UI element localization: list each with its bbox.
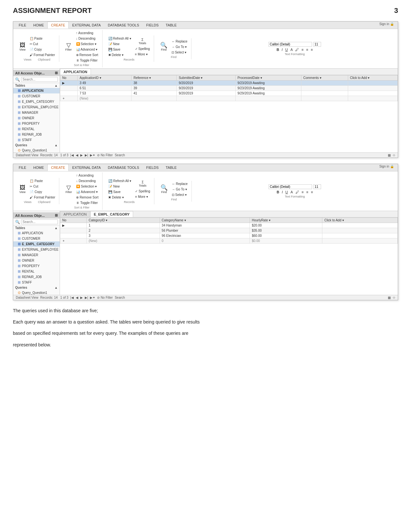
highlight-button-1[interactable]: 🖊 bbox=[294, 47, 300, 52]
no-filter-1[interactable]: ⊘ No Filter bbox=[97, 153, 113, 157]
cell-ref-1-1[interactable]: 38 bbox=[132, 81, 177, 86]
cell-comments-2-1[interactable] bbox=[301, 86, 348, 91]
nav-item-staff-2[interactable]: ⊞ STAFF bbox=[13, 280, 60, 285]
nav-item-manager-2[interactable]: ⊞ MANAGER bbox=[13, 252, 60, 258]
more-button-2[interactable]: ≡ More ▾ bbox=[134, 194, 151, 199]
italic-button-2[interactable]: I bbox=[281, 190, 284, 194]
tables-collapse-icon-2[interactable]: ▲ bbox=[54, 226, 58, 230]
tab-home-2[interactable]: HOME bbox=[30, 164, 47, 171]
table-view-icon-2[interactable]: ▦ bbox=[388, 296, 391, 299]
cell-processed-2-1[interactable]: 9/23/2019 Awaiting bbox=[235, 86, 301, 91]
table-new-row-2[interactable]: ✦ (New) 0 $0.00 bbox=[60, 238, 398, 244]
tables-collapse-icon-1[interactable]: ▲ bbox=[54, 84, 58, 87]
cell-hourly-2-2[interactable]: $35.00 bbox=[250, 228, 322, 233]
ascending-button-2[interactable]: ↑ Ascending bbox=[75, 173, 100, 178]
descending-button-2[interactable]: ↓ Descending bbox=[75, 179, 100, 183]
nav-item-application-1[interactable]: ⊞ APPLICATION bbox=[13, 88, 60, 93]
tab-external-2[interactable]: EXTERNAL DATA bbox=[69, 164, 104, 171]
bold-button-2[interactable]: B bbox=[276, 190, 280, 194]
cell-catid-3-2[interactable]: 3 bbox=[86, 233, 160, 238]
nav-item-rental-1[interactable]: ⊞ RENTAL bbox=[13, 126, 60, 132]
paste-button-1[interactable]: 📋 Paste bbox=[28, 36, 56, 41]
font-selector-1[interactable] bbox=[269, 42, 312, 47]
copy-button-1[interactable]: 📄 Copy bbox=[28, 47, 56, 52]
new-button-2[interactable]: 📝 New bbox=[107, 184, 132, 189]
cell-ref-2-1[interactable]: 39 bbox=[132, 86, 177, 91]
selection-button-1[interactable]: 🔽 Selection ▾ bbox=[75, 42, 100, 46]
design-view-icon-2[interactable]: ⊹ bbox=[393, 296, 395, 299]
paste-button-2[interactable]: 📋 Paste bbox=[28, 179, 56, 183]
next-btn-1[interactable]: ▶ bbox=[80, 153, 83, 157]
font-color-button-2[interactable]: A bbox=[289, 190, 294, 194]
th-add-1[interactable]: Click to Add ▾ bbox=[348, 75, 397, 81]
nav-item-repair-1[interactable]: ⊞ REPAIR_JOB bbox=[13, 132, 60, 137]
nav-item-q1-2[interactable]: ⊙ Query_Question1 bbox=[13, 290, 60, 295]
save-button-1[interactable]: 💾 Save bbox=[107, 47, 132, 52]
goto-button-1[interactable]: → Go To ▾ bbox=[170, 44, 189, 49]
nav-item-property-2[interactable]: ⊞ PROPERTY bbox=[13, 263, 60, 269]
totals-button-2[interactable]: Σ Totals bbox=[134, 179, 151, 188]
queries-collapse-icon-2[interactable]: ▲ bbox=[54, 286, 58, 289]
nav-item-repair-2[interactable]: ⊞ REPAIR_JOB bbox=[13, 274, 60, 280]
align-left-button-2[interactable]: ≡ bbox=[301, 190, 305, 194]
table-row-2-2[interactable]: 2 56 Plumber $35.00 bbox=[60, 228, 398, 233]
table-new-row-1[interactable]: ✦ (New) bbox=[60, 96, 398, 101]
next-end-icon-1[interactable]: ▶| bbox=[85, 153, 88, 157]
nav-item-q1-1[interactable]: ⊙ Query_Question1 bbox=[13, 148, 60, 152]
cell-submitted-2-1[interactable]: 9/20/2019 bbox=[177, 86, 235, 91]
tab-table-1[interactable]: TABLE bbox=[162, 22, 180, 29]
next-btn-2[interactable]: ▶ bbox=[80, 296, 83, 299]
align-center-button-2[interactable]: ≡ bbox=[305, 190, 309, 194]
tab-create-2[interactable]: CREATE bbox=[47, 164, 69, 171]
table-view-icon-1[interactable]: ▦ bbox=[388, 153, 391, 157]
nav-item-ext-emp-2[interactable]: ⊞ EXTERNAL_EMPLOYEE bbox=[13, 247, 60, 252]
advanced-button-2[interactable]: 📊 Advanced ▾ bbox=[75, 189, 100, 194]
cell-appid-1-1[interactable]: 3 49 bbox=[78, 81, 132, 86]
new-record-icon-2[interactable]: ▶✦ bbox=[90, 296, 95, 299]
data-tab-application-2[interactable]: APPLICATION bbox=[60, 211, 90, 217]
tab-fields-2[interactable]: FIELDS bbox=[142, 164, 162, 171]
cell-catname-1-2[interactable]: 34 Handyman bbox=[160, 223, 250, 228]
cell-appid-2-1[interactable]: 6 51 bbox=[78, 86, 132, 91]
tab-table-2[interactable]: TABLE bbox=[162, 164, 180, 171]
queries-collapse-icon-1[interactable]: ▲ bbox=[54, 143, 58, 147]
tab-dbtools-1[interactable]: DATABASE TOOLS bbox=[104, 22, 142, 29]
nav-item-property-1[interactable]: ⊞ PROPERTY bbox=[13, 121, 60, 126]
cell-processed-3-1[interactable]: 9/29/2019 Awaiting bbox=[235, 91, 301, 96]
copy-button-2[interactable]: 📄 Copy bbox=[28, 189, 56, 194]
table-row-1-2[interactable]: ▶ 1 34 Handyman $20.00 bbox=[60, 223, 398, 228]
replace-button-2[interactable]: ↔ Replace bbox=[171, 181, 189, 186]
tab-file-1[interactable]: FILE bbox=[15, 22, 30, 29]
replace-button-1[interactable]: ↔ Replace bbox=[170, 39, 189, 44]
filter-button-1[interactable]: ▽ Filter bbox=[64, 41, 73, 52]
align-right-button-1[interactable]: ≡ bbox=[310, 47, 314, 52]
find-button-1[interactable]: 🔍 Find bbox=[159, 41, 169, 52]
find-button-2[interactable]: 🔍 Find bbox=[159, 184, 169, 195]
format-painter-button-2[interactable]: 🖌 Format Painter bbox=[28, 195, 56, 200]
font-selector-2[interactable] bbox=[269, 184, 312, 189]
align-left-button-1[interactable]: ≡ bbox=[300, 47, 304, 52]
align-center-button-1[interactable]: ≡ bbox=[305, 47, 309, 52]
tab-file-2[interactable]: FILE bbox=[15, 164, 30, 171]
format-painter-button-1[interactable]: 🖌 Format Painter bbox=[28, 53, 56, 57]
nav-item-customer-2[interactable]: ⊞ CUSTOMER bbox=[13, 236, 60, 241]
cell-appid-3-1[interactable]: 7 53 bbox=[78, 91, 132, 96]
search-input-2[interactable] bbox=[21, 219, 58, 224]
cell-catid-1-2[interactable]: 1 bbox=[86, 223, 160, 228]
font-color-button-1[interactable]: A bbox=[289, 47, 294, 52]
table-row-1-1[interactable]: ▶ 3 49 38 9/20/2019 9/23/2019 Awaiting bbox=[60, 81, 398, 86]
descending-button-1[interactable]: ↓ Descending bbox=[75, 36, 100, 41]
tab-external-1[interactable]: EXTERNAL DATA bbox=[69, 22, 104, 29]
nav-item-customer-1[interactable]: ⊞ CUSTOMER bbox=[13, 93, 60, 99]
nav-item-application-2[interactable]: ⊞ APPLICATION bbox=[13, 230, 60, 236]
nav-item-owner-1[interactable]: ⊞ OWNER bbox=[13, 115, 60, 121]
tab-dbtools-2[interactable]: DATABASE TOOLS bbox=[104, 164, 142, 171]
refresh-button-1[interactable]: 🔄 Refresh All ▾ bbox=[107, 36, 132, 41]
goto-button-2[interactable]: → Go To ▾ bbox=[171, 187, 189, 192]
remove-sort-button-1[interactable]: ⊗ Remove Sort bbox=[75, 53, 100, 57]
cell-processed-1-1[interactable]: 9/23/2019 Awaiting bbox=[235, 81, 301, 86]
toggle-filter-button-2[interactable]: ⏸ Toggle Filter bbox=[75, 200, 100, 205]
nav-item-empl-cat-1[interactable]: ⊞ E_EMPL_CATEGORY bbox=[13, 99, 60, 104]
cell-comments-1-1[interactable] bbox=[301, 81, 348, 86]
tab-home-1[interactable]: HOME bbox=[30, 22, 47, 29]
